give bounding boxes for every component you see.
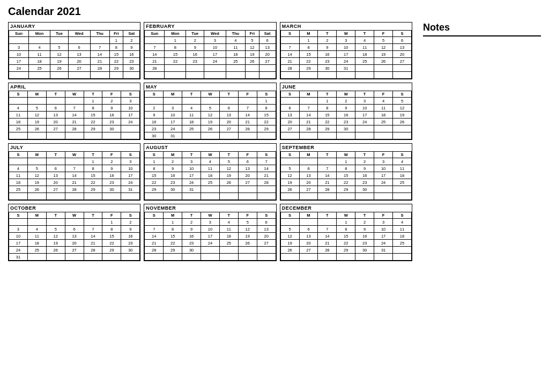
col-header: S (121, 212, 140, 219)
day-cell: 19 (374, 51, 393, 58)
day-cell: 14 (65, 172, 84, 179)
day-cell: 19 (46, 240, 65, 247)
day-cell (299, 219, 318, 226)
month-calendar-6: JULYSMTWTFS12345678910111213141516171819… (8, 143, 140, 201)
day-cell (9, 219, 28, 226)
day-cell: 2 (123, 37, 140, 44)
day-cell: 21 (84, 240, 102, 247)
col-header: M (299, 152, 318, 158)
day-cell (46, 219, 65, 226)
day-cell: 21 (65, 119, 84, 125)
day-cell: 9 (355, 226, 374, 233)
month-table-7: SMTWTFS123456789101112131415161718192021… (144, 151, 276, 200)
day-cell: 27 (68, 65, 90, 72)
day-cell: 23 (145, 125, 164, 132)
day-cell: 9 (164, 165, 182, 172)
month-name-3: APRIL (9, 83, 140, 91)
day-cell: 11 (27, 233, 46, 240)
day-cell: 21 (280, 58, 299, 65)
day-cell (46, 132, 65, 139)
day-cell (46, 254, 65, 261)
day-cell (299, 254, 318, 261)
day-cell (299, 98, 318, 105)
day-cell: 19 (201, 119, 220, 125)
day-cell (337, 72, 355, 79)
day-cell (280, 254, 299, 261)
day-cell (280, 37, 299, 44)
day-cell (219, 254, 238, 261)
month-calendar-1: FebruarySunMonTueWedThuFriSat12345678910… (144, 22, 276, 79)
day-cell (374, 186, 393, 193)
col-header: W (337, 152, 355, 158)
day-cell: 24 (374, 240, 393, 247)
day-cell: 18 (9, 179, 28, 186)
day-cell: 14 (299, 112, 318, 119)
day-cell (393, 65, 412, 72)
day-cell: 20 (299, 240, 318, 247)
day-cell: 15 (257, 112, 276, 119)
day-cell (337, 193, 355, 200)
day-cell: 18 (27, 240, 46, 247)
month-name-1: February (144, 23, 276, 30)
day-cell (164, 98, 182, 105)
month-table-2: SMTWTFS123456789101112131415161718192021… (280, 30, 412, 79)
month-table-0: SunMonTueWedThuFriSat1234567891011121314… (9, 30, 140, 79)
day-cell: 8 (84, 105, 102, 112)
day-cell (280, 98, 299, 105)
day-cell: 16 (102, 112, 121, 119)
col-header: T (84, 91, 102, 98)
col-header: T (318, 31, 337, 37)
day-cell (145, 37, 165, 44)
day-cell: 27 (393, 58, 412, 65)
day-cell: 16 (164, 172, 182, 179)
col-header: Tue (50, 31, 69, 37)
day-cell: 21 (318, 240, 337, 247)
day-cell: 3 (374, 158, 393, 165)
day-cell (257, 186, 276, 193)
day-cell: 18 (226, 51, 245, 58)
col-header: T (355, 152, 374, 158)
day-cell: 20 (238, 172, 257, 179)
month-calendar-3: APRILSMTWTFS1234567891011121314151617181… (8, 83, 140, 140)
day-cell (318, 193, 337, 200)
day-cell: 2 (182, 219, 201, 226)
month-calendar-5: JUNESMTWTFS12345678910111213141516171819… (280, 83, 412, 140)
day-cell: 6 (393, 37, 412, 44)
month-name-6: JULY (9, 144, 140, 151)
day-cell: 29 (109, 65, 123, 72)
col-header: M (27, 91, 46, 98)
day-cell: 16 (102, 172, 121, 179)
month-table-6: SMTWTFS123456789101112131415161718192021… (9, 151, 140, 200)
col-header: S (145, 91, 164, 98)
col-header: S (280, 212, 299, 219)
day-cell (219, 186, 238, 193)
day-cell: 13 (259, 44, 276, 51)
col-header: M (27, 212, 46, 219)
day-cell: 14 (90, 51, 109, 58)
day-cell (90, 37, 109, 44)
day-cell: 22 (257, 119, 276, 125)
day-cell: 2 (145, 105, 164, 112)
day-cell: 12 (201, 112, 220, 119)
day-cell: 29 (299, 65, 318, 72)
day-cell: 1 (145, 158, 164, 165)
day-cell: 26 (280, 186, 299, 193)
day-cell: 16 (318, 51, 337, 58)
col-header: M (164, 91, 182, 98)
col-header: T (46, 91, 65, 98)
col-header: S (257, 152, 276, 158)
day-cell: 13 (46, 172, 65, 179)
col-header: S (145, 212, 164, 219)
col-header: F (102, 91, 121, 98)
day-cell (164, 254, 182, 261)
day-cell: 1 (109, 37, 123, 44)
day-cell: 17 (204, 51, 226, 58)
day-cell (65, 219, 84, 226)
day-cell: 21 (145, 240, 164, 247)
col-header: W (337, 212, 355, 219)
day-cell: 12 (374, 44, 393, 51)
day-cell: 12 (280, 233, 299, 240)
day-cell (280, 219, 299, 226)
col-header: S (9, 212, 28, 219)
day-cell (355, 254, 374, 261)
